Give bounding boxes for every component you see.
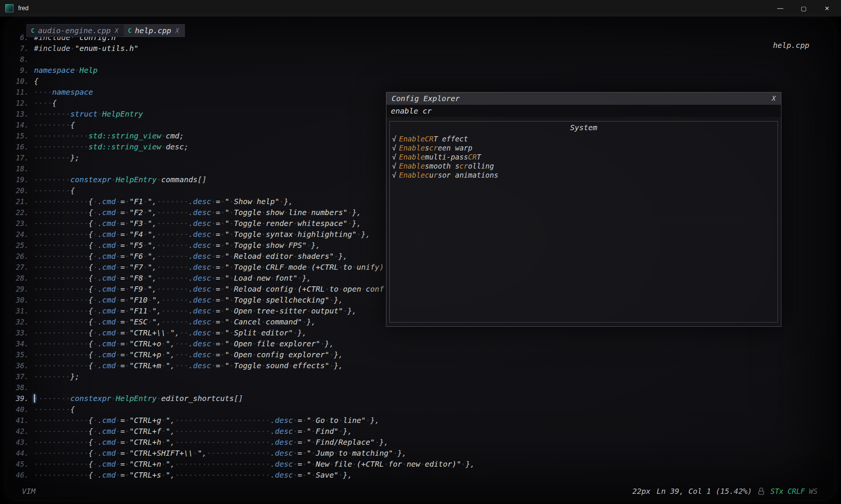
- option-text: s: [425, 144, 429, 152]
- whitespace-dot: ·: [38, 142, 43, 151]
- checkbox-checked-icon: √: [392, 153, 396, 161]
- line-number: 45.: [9, 459, 34, 470]
- whitespace-dot: ·: [261, 295, 266, 304]
- whitespace-dot: ·: [161, 350, 166, 359]
- whitespace-dot: ·: [143, 241, 148, 250]
- code-line-9[interactable]: 9.namespace·Help: [9, 65, 834, 76]
- whitespace-dot: ·: [179, 274, 184, 283]
- code-line-8[interactable]: 8.: [9, 54, 834, 65]
- whitespace-dot: ·: [366, 416, 370, 425]
- tab-close-icon[interactable]: X: [175, 27, 179, 34]
- whitespace-dot: ·: [157, 241, 161, 250]
- whitespace-dot: ·: [84, 197, 89, 206]
- maximize-button[interactable]: ▢: [792, 0, 815, 17]
- whitespace-dot: ·: [93, 438, 98, 447]
- code-line-34[interactable]: 34.············{·.cmd·=·"CTRL+o·",···.de…: [9, 338, 834, 349]
- whitespace-dot: ·: [38, 394, 43, 403]
- whitespace-dot: ·: [116, 427, 120, 436]
- match-highlight: r: [434, 171, 438, 179]
- code-line-7[interactable]: 7.#include·"enum-utils.h": [9, 43, 834, 54]
- whitespace-dot: ·: [175, 470, 179, 479]
- config-search-input[interactable]: enable cr: [386, 104, 781, 117]
- whitespace-dot: ·: [43, 153, 48, 162]
- code-line-36[interactable]: 36.············{·.cmd·=·"CTRL+m·",···.de…: [9, 360, 834, 371]
- whitespace-dot: ·: [198, 459, 202, 469]
- whitespace-dot: ·: [48, 339, 52, 348]
- whitespace-dot: ·: [70, 350, 75, 359]
- whitespace-dot: ·: [175, 295, 179, 304]
- code-line-42[interactable]: 42.············{·.cmd·=·"CTRL+f·",······…: [9, 426, 834, 437]
- code-line-46[interactable]: 46.············{·.cmd·=·"CTRL+s·",······…: [9, 470, 834, 481]
- whitespace-dot: ·: [75, 219, 79, 228]
- config-option-2[interactable]: √Enable multi-pass CRT: [390, 152, 778, 161]
- line-number: 22.: [9, 207, 34, 218]
- whitespace-dot: ·: [84, 263, 89, 272]
- whitespace-dot: ·: [84, 427, 89, 436]
- whitespace-dot: ·: [125, 416, 129, 425]
- code-line-37[interactable]: 37.········};: [9, 371, 834, 382]
- whitespace-dot: ·: [211, 449, 216, 458]
- tab-label: help.cpp: [135, 26, 171, 35]
- whitespace-dot: ·: [57, 405, 61, 414]
- tab-close-icon[interactable]: X: [115, 27, 118, 34]
- whitespace-dot: ·: [79, 295, 84, 304]
- code-line-41[interactable]: 41.············{·.cmd·=·"CTRL+g·",······…: [9, 415, 834, 426]
- whitespace-dot: ·: [66, 306, 70, 315]
- whitespace-dot: ·: [229, 350, 234, 359]
- whitespace-dot: ·: [57, 438, 61, 447]
- whitespace-dot: ·: [207, 416, 211, 425]
- whitespace-dot: ·: [116, 459, 120, 469]
- whitespace-dot: ·: [34, 394, 38, 403]
- minimize-button[interactable]: —: [769, 0, 792, 17]
- whitespace-dot: ·: [234, 416, 238, 425]
- whitespace-dot: ·: [34, 109, 38, 118]
- dialog-close-button[interactable]: X: [772, 95, 776, 102]
- whitespace-dot: ·: [161, 219, 166, 228]
- whitespace-dot: ·: [38, 274, 43, 283]
- whitespace-dot: ·: [161, 295, 166, 304]
- whitespace-dot: ·: [38, 295, 43, 304]
- whitespace-dot: ·: [52, 372, 57, 381]
- whitespace-dot: ·: [57, 416, 61, 425]
- whitespace-dot: ·: [248, 416, 252, 425]
- config-option-4[interactable]: √Enable cursor animations: [390, 171, 778, 180]
- config-option-3[interactable]: √Enable smooth scrolling: [390, 161, 778, 171]
- config-option-0[interactable]: √Enable CRT effect: [390, 134, 778, 143]
- whitespace-dot: ·: [93, 252, 98, 261]
- tab-audio-engine.cpp[interactable]: Caudio-engine.cppX: [27, 25, 124, 37]
- close-button[interactable]: ✕: [815, 0, 839, 17]
- code-line-38[interactable]: 38.: [9, 382, 834, 393]
- whitespace-dot: ·: [293, 219, 298, 228]
- code-line-40[interactable]: 40.········{: [9, 404, 834, 415]
- whitespace-dot: ·: [57, 394, 61, 403]
- whitespace-dot: ·: [93, 208, 98, 217]
- whitespace-dot: ·: [211, 241, 216, 250]
- whitespace-dot: ·: [43, 372, 48, 381]
- whitespace-dot: ·: [34, 459, 38, 469]
- whitespace-dot: ·: [52, 427, 57, 436]
- whitespace-dot: ·: [225, 470, 229, 479]
- whitespace-dot: ·: [307, 208, 311, 217]
- tab-help.cpp[interactable]: Chelp.cppX: [124, 25, 184, 37]
- whitespace-dot: ·: [125, 241, 129, 250]
- code-line-44[interactable]: 44.············{·.cmd·=·"CTRL+SHIFT+\\·"…: [9, 448, 834, 459]
- code-line-43[interactable]: 43.············{·.cmd·=·"CTRL+h·",······…: [9, 437, 834, 448]
- whitespace-dot: ·: [61, 427, 66, 436]
- whitespace-dot: ·: [329, 459, 334, 469]
- whitespace-dot: ·: [234, 470, 238, 479]
- whitespace-dot: ·: [243, 449, 248, 458]
- whitespace-dot: ·: [43, 449, 48, 458]
- code-line-33[interactable]: 33.············{·.cmd·=·"CTRL+\\·",··.de…: [9, 327, 834, 338]
- code-line-10[interactable]: 10.{: [9, 76, 834, 87]
- whitespace-dot: ·: [61, 197, 66, 206]
- whitespace-dot: ·: [220, 459, 225, 469]
- code-line-45[interactable]: 45.············{·.cmd·=·"CTRL+n·",······…: [9, 459, 834, 470]
- whitespace-dot: ·: [189, 416, 193, 425]
- code-line-35[interactable]: 35.············{·.cmd·=·"CTRL+p·",···.de…: [9, 349, 834, 360]
- code-line-39[interactable]: 39.········constexpr·HelpEntry·editor_sh…: [9, 393, 834, 404]
- config-option-1[interactable]: √Enable screen warp: [390, 143, 778, 152]
- crt-screen: 6.#include·"config.h"7.#include·"enum-ut…: [0, 17, 841, 504]
- whitespace-dot: ·: [229, 197, 234, 206]
- config-section-title: System: [390, 121, 778, 134]
- whitespace-dot: ·: [184, 219, 189, 228]
